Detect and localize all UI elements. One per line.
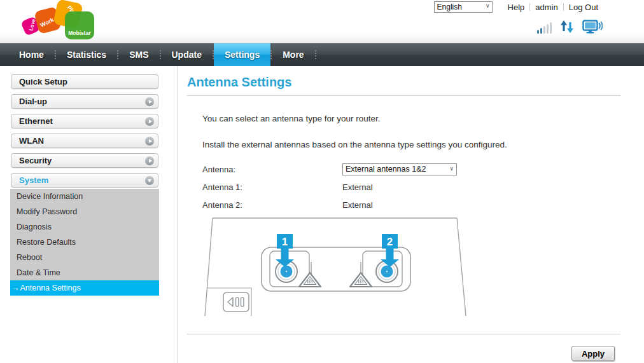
port2-number-label: 2 — [387, 236, 393, 248]
status-icons — [537, 20, 603, 34]
antenna-form: Antenna: External antennas 1&2 ∨ Antenna… — [202, 163, 644, 211]
submenu-item-date-time[interactable]: Date & Time — [10, 265, 159, 280]
logo-brand-square: Mobistar — [65, 11, 94, 39]
submenu-item-device-information[interactable]: Device Information — [10, 189, 159, 204]
divider — [270, 50, 272, 59]
sidebar-item-ethernet[interactable]: Ethernet — [11, 114, 158, 128]
system-submenu: Device Information Modify Password Diagn… — [10, 189, 159, 296]
chevron-right-icon — [145, 137, 154, 146]
logo-work-label: Work — [39, 17, 55, 29]
router-antenna-diagram: 1 2 — [202, 217, 470, 317]
divider — [117, 50, 118, 59]
antenna-type-label: Antenna: — [202, 165, 342, 174]
sidebar-item-label: Dial-up — [19, 97, 47, 106]
chevron-right-icon — [145, 156, 154, 165]
sidebar-item-label: WLAN — [19, 136, 44, 146]
apply-button[interactable]: Apply — [571, 346, 615, 361]
chevron-down-icon — [145, 176, 154, 185]
antenna2-label: Antenna 2: — [202, 200, 342, 210]
slide-switch-icon — [223, 292, 249, 312]
language-select-wrap: English ∨ — [434, 1, 493, 13]
nav-tab-settings[interactable]: Settings — [214, 43, 270, 66]
active-item-arrow-icon: → — [11, 284, 20, 292]
divider — [213, 50, 214, 59]
signal-strength-icon — [537, 22, 552, 34]
sidebar-item-label: Quick Setup — [19, 77, 67, 86]
sidebar-item-dial-up[interactable]: Dial-up — [11, 94, 158, 109]
nav-tab-more[interactable]: More — [272, 43, 314, 66]
nav-tab-sms[interactable]: SMS — [118, 43, 159, 66]
logo-brand-label: Mobistar — [65, 30, 94, 36]
device-display-icon — [582, 20, 603, 34]
help-link[interactable]: Help — [503, 3, 530, 12]
nav-tab-update[interactable]: Update — [161, 43, 213, 66]
sidebar-item-label: Ethernet — [19, 116, 53, 126]
antenna1-row: Antenna 1: External — [202, 181, 644, 193]
submenu-item-antenna-settings[interactable]: →Antenna Settings — [10, 280, 159, 296]
warning-triangle-icon — [299, 273, 321, 287]
upload-download-arrows-icon — [560, 20, 574, 34]
antenna1-value: External — [342, 182, 373, 192]
description-line-1: You can select an antenna type for your … — [202, 114, 644, 123]
header: Love Work Play Mobistar English ∨ Help a… — [0, 0, 644, 43]
submenu-item-label: Antenna Settings — [20, 284, 81, 292]
router-admin-page: Love Work Play Mobistar English ∨ Help a… — [0, 0, 644, 363]
port1-number-label: 1 — [282, 236, 288, 248]
chevron-right-icon — [145, 117, 154, 126]
antenna-type-select[interactable]: External antennas 1&2 — [342, 163, 457, 175]
divider — [187, 334, 620, 334]
submenu-item-restore-defaults[interactable]: Restore Defaults — [10, 235, 159, 250]
submenu-item-modify-password[interactable]: Modify Password — [10, 204, 159, 219]
logout-link[interactable]: Log Out — [564, 3, 603, 12]
divider — [187, 95, 620, 96]
submenu-item-reboot[interactable]: Reboot — [10, 250, 159, 265]
sidebar-item-label: Security — [19, 156, 52, 165]
main-content: Antenna Settings You can select an anten… — [178, 66, 644, 363]
nav-tab-home[interactable]: Home — [8, 43, 55, 66]
antenna-type-row: Antenna: External antennas 1&2 ∨ — [202, 163, 644, 175]
apply-row: Apply — [187, 346, 644, 361]
sidebar-item-quick-setup[interactable]: Quick Setup — [11, 74, 158, 89]
chevron-right-icon — [145, 97, 154, 106]
language-select[interactable]: English — [434, 1, 493, 13]
divider — [315, 50, 316, 59]
antenna-select-wrap: External antennas 1&2 ∨ — [342, 163, 457, 175]
nav-tab-statistics[interactable]: Statistics — [56, 43, 117, 66]
sidebar-item-system[interactable]: System — [11, 173, 158, 188]
divider — [55, 50, 56, 59]
mobistar-logo: Love Work Play Mobistar — [23, 1, 102, 42]
antenna1-label: Antenna 1: — [202, 182, 342, 192]
description-line-2: Install the external antennas based on t… — [202, 140, 644, 149]
panel-latch-marks — [311, 262, 361, 277]
main-nav: Home Statistics SMS Update Settings More — [0, 43, 644, 66]
sidebar-item-label: System — [19, 175, 48, 185]
sidebar-item-wlan[interactable]: WLAN — [11, 134, 158, 148]
warning-triangle-icon — [350, 273, 372, 287]
divider — [160, 50, 161, 59]
antenna2-row: Antenna 2: External — [202, 198, 644, 211]
antenna2-value: External — [342, 200, 373, 210]
admin-user-link[interactable]: admin — [530, 3, 563, 12]
sidebar: Quick Setup Dial-up Ethernet WLAN Securi… — [0, 66, 178, 363]
page-title: Antenna Settings — [187, 75, 644, 90]
header-top-links: English ∨ Help admin Log Out — [434, 1, 603, 13]
submenu-item-diagnosis[interactable]: Diagnosis — [10, 219, 159, 235]
sidebar-item-security[interactable]: Security — [11, 153, 158, 168]
